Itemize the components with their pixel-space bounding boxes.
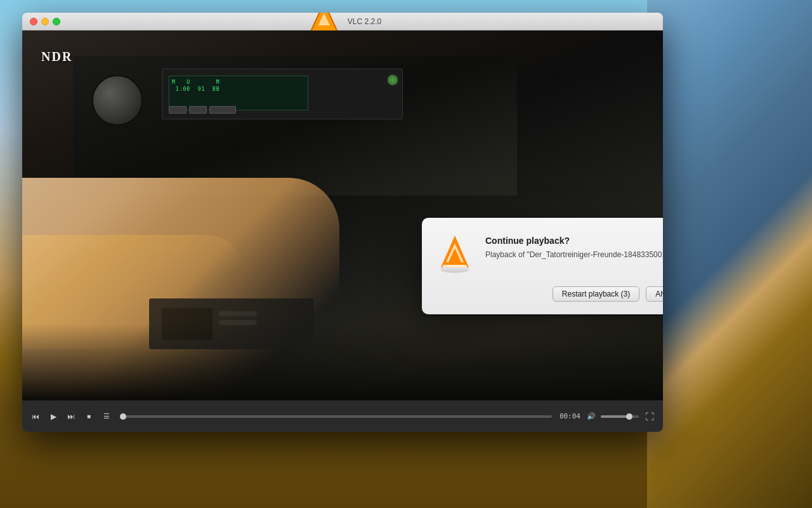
title-bar: VLC 2.2.0	[22, 13, 663, 30]
radio-buttons	[169, 106, 236, 114]
left-knob	[92, 75, 143, 126]
fast-forward-button[interactable]: ⏭	[64, 410, 78, 424]
progress-bar[interactable]	[121, 415, 552, 418]
close-button[interactable]	[30, 18, 37, 25]
volume-icon[interactable]: 🔊	[584, 410, 598, 424]
volume-section: 🔊	[584, 410, 639, 424]
cassette-deck	[149, 298, 314, 349]
restart-playback-button[interactable]: Restart playback (3)	[553, 286, 639, 302]
traffic-lights	[30, 18, 60, 25]
svg-marker-8	[442, 265, 468, 267]
dialog-content: Continue playback? Playback of "Der_Tato…	[435, 233, 663, 274]
maximize-button[interactable]	[53, 18, 60, 25]
mountain-background	[647, 0, 812, 508]
radio-unit: M U M 1.00 91 BB	[162, 69, 403, 119]
dialog-text-area: Continue playback? Playback of "Der_Tato…	[485, 233, 663, 260]
volume-fill	[601, 415, 629, 418]
dialog-title: Continue playback?	[485, 236, 663, 246]
stop-button[interactable]: ■	[82, 410, 96, 424]
video-content: M U M 1.00 91 BB	[22, 30, 663, 400]
rewind-button[interactable]: ⏮	[29, 410, 43, 424]
progress-knob	[120, 413, 126, 420]
vlc-logo	[435, 233, 475, 274]
volume-bar[interactable]	[601, 415, 639, 418]
continue-dialog: Continue playback? Playback of "Der_Tato…	[422, 218, 663, 314]
ndr-logo: NDR	[41, 50, 72, 64]
vlc-window: VLC 2.2.0 M U M 1.00 91 BB	[22, 13, 663, 432]
bottom-fade	[22, 324, 663, 400]
volume-knob	[626, 413, 632, 420]
play-button[interactable]: ▶	[46, 410, 60, 424]
minimize-button[interactable]	[41, 18, 49, 25]
always-continue-button[interactable]: Always continue	[646, 286, 663, 302]
time-display: 00:04	[560, 412, 580, 420]
playlist-button[interactable]: ☰	[100, 410, 114, 424]
green-knob	[387, 74, 398, 86]
controls-bar: ⏮ ▶ ⏭ ■ ☰ 00:04 🔊 ⛶	[22, 400, 663, 432]
car-panel: M U M 1.00 91 BB	[73, 56, 517, 196]
radio-display: M U M 1.00 91 BB	[169, 76, 308, 110]
radio-display-text: M U M 1.00 91 BB	[169, 76, 308, 95]
video-area: M U M 1.00 91 BB	[22, 30, 663, 400]
dialog-message: Playback of "Der_Tatortreiniger-Freunde-…	[485, 250, 663, 260]
fullscreen-button[interactable]: ⛶	[643, 410, 657, 424]
svg-rect-9	[441, 267, 469, 270]
dialog-buttons: Restart playback (3) Always continue Con…	[435, 286, 663, 302]
